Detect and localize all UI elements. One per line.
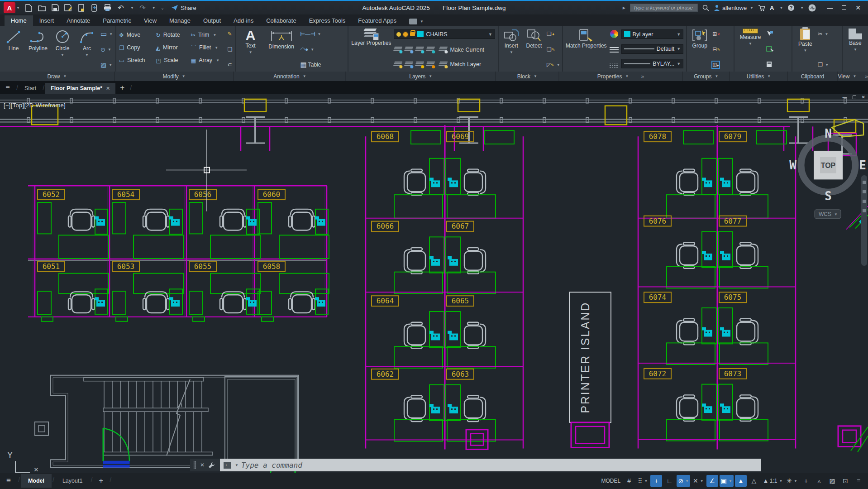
app-store-cart-icon[interactable] — [758, 5, 765, 11]
ribbon-tab-manage[interactable]: Manage — [163, 15, 197, 26]
array-tool[interactable]: ▦Array▼ — [191, 57, 224, 64]
layers-panel-label[interactable]: Layers▼ — [346, 72, 496, 81]
block-panel-label[interactable]: Block▼ — [496, 72, 559, 81]
qat-customize-icon[interactable]: ⌄ — [161, 5, 164, 10]
dimension-tool[interactable]: Dimension — [265, 29, 298, 70]
ribbon-tab-insert[interactable]: Insert — [33, 15, 61, 26]
workspace-switcher[interactable]: ✳▼ — [785, 475, 799, 487]
lineweight-combo[interactable]: Default▼ — [621, 44, 684, 54]
polar-tracking-toggle[interactable]: ⊘▼ — [677, 475, 690, 487]
save-as-icon[interactable] — [64, 4, 73, 12]
view-panel-label[interactable]: View▼» — [838, 72, 868, 81]
mobile-sync-icon[interactable] — [90, 4, 99, 12]
linear-dimension-icon[interactable]: ⊢—⊣ — [300, 31, 315, 37]
color-wheel-icon[interactable] — [610, 30, 618, 38]
base-view-button[interactable]: Base▼ — [845, 29, 865, 70]
annotation-scale[interactable]: ▲1:1▼ — [761, 475, 784, 487]
ribbon-tab-annotate[interactable]: Annotate — [60, 15, 96, 26]
vp-close-icon[interactable]: ✕ — [862, 95, 865, 100]
cut-clip-icon[interactable]: ✂ — [818, 31, 822, 37]
point-style-icon[interactable] — [766, 46, 773, 53]
clean-screen[interactable]: ⊡ — [839, 475, 851, 487]
new-layout-button[interactable]: + — [93, 476, 109, 485]
block-attributes-icon[interactable]: ◸✎ — [547, 62, 554, 68]
layer-properties-button[interactable]: Layer Properties — [351, 29, 391, 70]
ribbon-tab-featured-apps[interactable]: Featured Apps — [352, 15, 403, 26]
ortho-mode-toggle[interactable]: ∟ — [663, 475, 675, 487]
block-create-icon[interactable]: ❏✦ — [547, 31, 555, 37]
redo-caret-icon[interactable]: ▼ — [152, 6, 156, 10]
circle-tool[interactable]: Circle▼ — [52, 29, 72, 70]
text-tool[interactable]: A Text▼ — [239, 29, 262, 70]
grid-display-toggle[interactable]: # — [623, 475, 635, 487]
app-menu-caret-icon[interactable]: ▼ — [16, 6, 20, 10]
model-space-toggle[interactable]: MODEL — [600, 475, 622, 487]
annotation-autoscale-toggle[interactable]: △ — [748, 475, 760, 487]
command-close-icon[interactable]: ✕ — [200, 462, 205, 468]
search-input[interactable] — [630, 4, 698, 12]
table-icon[interactable]: ▦ — [300, 61, 307, 69]
redo-icon[interactable]: ↷ — [138, 4, 147, 12]
layer-select-combo[interactable]: CHAIRS ▼ — [394, 29, 495, 39]
ribbon-tab-express-tools[interactable]: Express Tools — [303, 15, 352, 26]
copy-clip-icon[interactable]: ❐ — [818, 62, 823, 68]
ribbon-tab-parametric[interactable]: Parametric — [96, 15, 138, 26]
start-tab[interactable]: Start — [19, 83, 42, 94]
make-current-button[interactable]: Make Current — [450, 47, 484, 53]
scale-tool[interactable]: ◳Scale — [156, 57, 185, 64]
move-tool[interactable]: ✥Move — [119, 32, 150, 38]
layer-isolate-icon[interactable] — [404, 47, 413, 53]
search-icon[interactable] — [702, 5, 709, 11]
modify-panel-label[interactable]: Modify▼ — [115, 72, 234, 81]
layout-menu-icon[interactable]: ≡ — [0, 476, 17, 485]
model-tab[interactable]: Model — [21, 474, 52, 488]
ellipse-icon[interactable]: ⊙ — [100, 46, 105, 53]
lineweight-icon[interactable] — [610, 47, 619, 53]
ribbon-tab-collaborate[interactable]: Collaborate — [260, 15, 303, 26]
isolate-objects[interactable]: ▵ — [813, 475, 825, 487]
measure-button[interactable]: Measure▼ — [737, 29, 763, 70]
command-grip[interactable]: ✕ — [190, 459, 220, 471]
group-button[interactable]: Group — [690, 29, 710, 70]
layer-thaw-icon[interactable] — [415, 62, 424, 67]
file-tab-menu-icon[interactable]: ≡ — [0, 84, 15, 94]
close-button[interactable]: ✕ — [855, 4, 861, 11]
layer-on-icon[interactable] — [393, 62, 402, 67]
arc-tool[interactable]: Arc▼ — [77, 29, 97, 70]
make-current-icon[interactable] — [438, 47, 448, 53]
explode-icon[interactable]: ❏ — [228, 46, 233, 53]
undo-caret-icon[interactable]: ▼ — [130, 6, 134, 10]
groups-panel-label[interactable]: Groups▼ — [683, 72, 730, 81]
match-properties-button[interactable]: Match Properties — [566, 29, 607, 70]
drawing-canvas[interactable]: — ✕ [−][Top][2D Wireframe] 6052 6054 605… — [0, 94, 868, 473]
properties-panel-label[interactable]: Properties▼» — [559, 72, 683, 81]
open-folder-icon[interactable] — [38, 4, 47, 12]
maximize-button[interactable] — [842, 5, 846, 10]
linetype-combo[interactable]: BYLAY...▼ — [621, 59, 684, 68]
leader-icon[interactable]: ◠● — [300, 46, 309, 53]
polyline-tool[interactable]: Polyline — [28, 29, 48, 70]
paste-button[interactable]: Paste▼ — [795, 29, 815, 70]
ribbon-tab-view[interactable]: View — [138, 15, 163, 26]
layout1-tab[interactable]: Layout1 — [55, 474, 90, 488]
print-icon[interactable] — [103, 4, 112, 12]
minimize-button[interactable]: — — [827, 5, 833, 11]
user-account-button[interactable]: allenlowe ▼ — [714, 5, 754, 11]
line-tool[interactable]: Line — [4, 29, 24, 70]
close-tab-icon[interactable]: ✕ — [106, 86, 110, 91]
rectangle-icon[interactable]: ▭ — [100, 30, 107, 38]
utilities-panel-label[interactable]: Utilities▼ — [730, 72, 788, 81]
share-button[interactable]: Share — [171, 5, 196, 11]
autodesk-access-icon[interactable]: A — [770, 5, 774, 11]
quick-calculator-icon[interactable] — [766, 61, 772, 69]
block-edit-icon[interactable]: ❏✎ — [547, 46, 555, 53]
help-icon[interactable]: ? — [787, 4, 795, 11]
group-edit-icon[interactable]: ⊟✎ — [712, 46, 720, 53]
vp-restore-icon[interactable] — [853, 96, 856, 99]
ungroup-icon[interactable]: ⊞✕ — [712, 31, 720, 37]
ribbon-tab-home[interactable]: Home — [5, 15, 33, 26]
new-file-icon[interactable] — [24, 4, 33, 12]
draw-panel-label[interactable]: Draw▼ — [0, 72, 115, 81]
save-icon[interactable] — [51, 4, 60, 12]
ribbon-display-icon[interactable] — [409, 19, 417, 24]
